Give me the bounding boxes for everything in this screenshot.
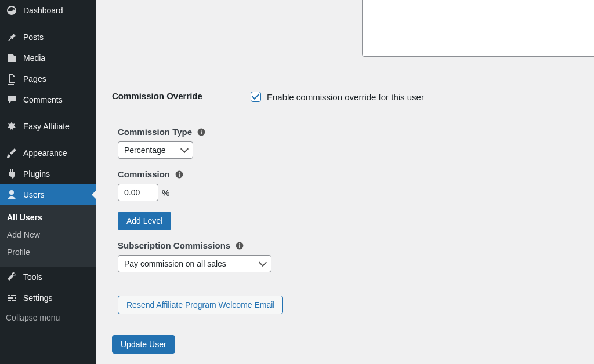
sidebar-item-dashboard[interactable]: Dashboard xyxy=(0,0,96,21)
label-commission-type: Commission Type xyxy=(118,127,578,137)
collapse-label: Collapse menu xyxy=(6,313,60,322)
sidebar-item-users[interactable]: Users xyxy=(0,184,96,205)
svg-rect-3 xyxy=(201,130,202,131)
svg-rect-9 xyxy=(239,243,240,245)
input-commission-value[interactable] xyxy=(118,184,158,201)
sidebar-item-easy-affiliate[interactable]: Easy Affiliate xyxy=(0,116,96,137)
sidebar-item-label: Comments xyxy=(23,95,63,104)
sidebar-subitem-all-users[interactable]: All Users xyxy=(0,209,96,226)
svg-rect-2 xyxy=(201,131,202,134)
select-subscription-commissions[interactable]: Pay commission on all sales xyxy=(118,255,271,272)
label-commission-override: Commission Override xyxy=(112,90,248,101)
sidebar-item-media[interactable]: Media xyxy=(0,48,96,68)
sidebar-item-label: Dashboard xyxy=(23,6,63,15)
info-icon[interactable] xyxy=(197,128,206,137)
label-subscription-commissions: Subscription Commissions xyxy=(118,241,578,250)
admin-sidebar: Dashboard Posts Media Pages Comments Eas… xyxy=(0,0,96,364)
sidebar-item-settings[interactable]: Settings xyxy=(0,287,96,308)
sidebar-item-appearance[interactable]: Appearance xyxy=(0,143,96,163)
svg-rect-5 xyxy=(179,173,180,177)
sidebar-subitem-add-new[interactable]: Add New xyxy=(0,226,96,243)
sidebar-item-label: Settings xyxy=(23,293,53,303)
sidebar-item-label: Appearance xyxy=(23,148,67,158)
pages-icon xyxy=(6,73,17,85)
sidebar-item-label: Pages xyxy=(23,74,46,83)
sidebar-item-label: Users xyxy=(23,190,45,199)
plug-icon xyxy=(6,168,17,180)
user-icon xyxy=(6,189,17,201)
sidebar-subitem-profile[interactable]: Profile xyxy=(0,243,96,261)
info-icon[interactable] xyxy=(175,170,184,179)
collapse-menu[interactable]: Collapse menu xyxy=(0,308,96,327)
affiliate-icon xyxy=(6,121,17,132)
sidebar-item-label: Plugins xyxy=(23,169,50,179)
sidebar-item-pages[interactable]: Pages xyxy=(0,68,96,89)
add-level-button[interactable]: Add Level xyxy=(118,212,171,230)
sidebar-item-label: Tools xyxy=(23,272,42,282)
sidebar-item-label: Posts xyxy=(23,32,44,42)
sidebar-item-comments[interactable]: Comments xyxy=(0,89,96,110)
sidebar-submenu-users: All Users Add New Profile xyxy=(0,205,96,267)
content-area: Commission Override Enable commission ov… xyxy=(96,0,594,364)
sidebar-item-label: Easy Affiliate xyxy=(23,122,70,131)
media-icon xyxy=(6,52,17,64)
row-commission-override: Commission Override Enable commission ov… xyxy=(112,90,578,104)
resend-welcome-email-button[interactable]: Resend Affiliate Program Welcome Email xyxy=(118,296,283,314)
checkbox-label-commission-override[interactable]: Enable commission override for this user xyxy=(267,92,424,102)
svg-rect-8 xyxy=(239,245,240,248)
sidebar-item-plugins[interactable]: Plugins xyxy=(0,163,96,184)
pin-icon xyxy=(6,31,17,43)
sidebar-item-tools[interactable]: Tools xyxy=(0,267,96,287)
brush-icon xyxy=(6,147,17,159)
commission-unit: % xyxy=(162,188,169,198)
info-icon[interactable] xyxy=(235,241,244,250)
label-commission: Commission xyxy=(118,169,578,179)
sidebar-item-label: Media xyxy=(23,53,45,63)
checkbox-commission-override[interactable] xyxy=(251,92,261,102)
sidebar-item-posts[interactable]: Posts xyxy=(0,27,96,48)
dashboard-icon xyxy=(6,5,17,16)
svg-rect-6 xyxy=(179,172,180,173)
wrench-icon xyxy=(6,271,17,283)
update-user-button[interactable]: Update User xyxy=(112,335,175,354)
sliders-icon xyxy=(6,292,17,304)
comment-icon xyxy=(6,94,17,105)
select-commission-type[interactable]: Percentage xyxy=(118,141,193,159)
notes-textarea[interactable] xyxy=(362,0,594,57)
